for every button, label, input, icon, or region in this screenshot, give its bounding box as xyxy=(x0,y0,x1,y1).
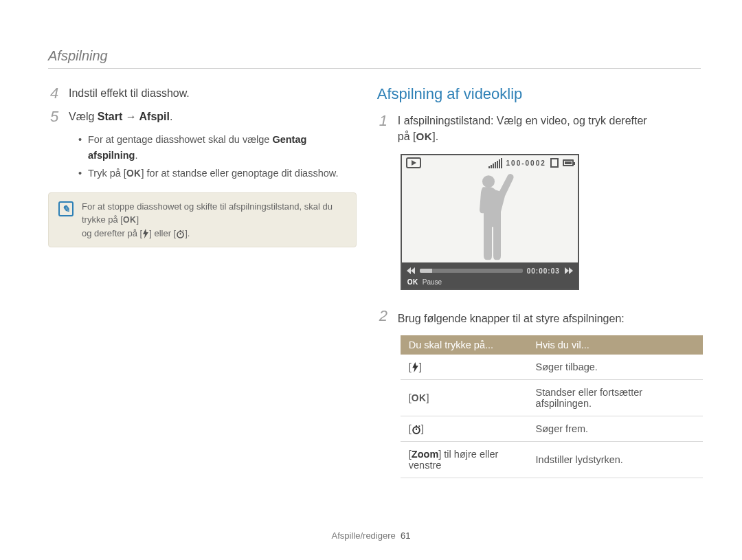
forward-icon xyxy=(564,266,574,276)
svg-line-15 xyxy=(419,425,420,426)
note-line2-pre: og derefter på [ xyxy=(82,228,142,238)
step1-line1: I afspilningstilstand: Vælg en video, og… xyxy=(398,115,647,126)
footer-label: Afspille/redigere xyxy=(332,530,396,541)
flash-key-icon xyxy=(142,229,149,238)
subheading: Afspilning af videoklip xyxy=(377,85,701,103)
svg-point-6 xyxy=(482,176,495,188)
svg-line-4 xyxy=(183,230,183,231)
th-action: Hvis du vil... xyxy=(528,335,703,355)
step-text: Indstil effekt til diasshow. xyxy=(69,85,190,101)
step-text: Brug følgende knapper til at styre afspi… xyxy=(398,311,625,326)
bullet-pre: Tryk på [ xyxy=(88,168,126,179)
header-rule xyxy=(48,68,701,69)
th-press: Du skal trykke på... xyxy=(401,335,528,355)
file-index-label: 100-0002 xyxy=(506,159,546,167)
ok-pause-hint: OK Pause xyxy=(406,277,574,286)
progress-bar xyxy=(420,269,523,273)
table-row: [] Søger frem. xyxy=(401,416,703,441)
key-cell: [OK] xyxy=(401,379,528,416)
progress-row: 00:00:03 xyxy=(406,265,574,277)
step-number: 1 xyxy=(377,113,390,129)
key-cell: [Zoom] til højre eller venstre xyxy=(401,441,528,478)
flash-key-icon xyxy=(412,362,419,372)
section-header: Afspilning xyxy=(48,48,701,64)
bullet-post: ] for at standse eller genoptage dit dia… xyxy=(142,168,339,179)
bullet-post: . xyxy=(135,150,137,161)
bracket-close: ] xyxy=(419,361,422,372)
step-text: Vælg Start → Afspil. xyxy=(69,109,172,124)
bracket-close: ] xyxy=(421,423,424,434)
two-column-layout: 4 Indstil effekt til diasshow. 5 Vælg St… xyxy=(48,85,701,478)
action-cell: Søger frem. xyxy=(528,416,703,441)
video-top-bar: 100-0002 xyxy=(402,155,578,170)
manual-page: Afspilning 4 Indstil effekt til diasshow… xyxy=(0,0,742,560)
elapsed-time: 00:00:03 xyxy=(527,267,560,275)
svg-marker-7 xyxy=(407,267,411,274)
bullet-pre: For at gentage diasshowet skal du vælge xyxy=(88,134,272,145)
action-cell: Indstiller lydstyrken. xyxy=(528,441,703,478)
controls-table: Du skal trykke på... Hvis du vil... [] S… xyxy=(401,335,703,478)
step-1: 1 I afspilningstilstand: Vælg en video, … xyxy=(377,113,701,144)
step-number: 4 xyxy=(48,85,60,102)
svg-marker-5 xyxy=(412,160,416,166)
left-column: 4 Indstil effekt til diasshow. 5 Vælg St… xyxy=(48,85,357,478)
timer-key-icon xyxy=(412,425,421,434)
note-line2-mid: ] eller [ xyxy=(149,228,176,238)
timer-key-icon xyxy=(176,229,185,238)
ok-key-icon: OK xyxy=(416,131,432,142)
key-cell: [] xyxy=(401,416,528,441)
step-4: 4 Indstil effekt til diasshow. xyxy=(48,85,357,102)
step5-pre: Vælg xyxy=(69,111,98,122)
svg-marker-8 xyxy=(411,267,415,274)
bullet-item: Tryk på [OK] for at standse eller genopt… xyxy=(78,166,357,181)
video-top-right: 100-0002 xyxy=(488,158,574,168)
zoom-key-label: Zoom xyxy=(412,449,438,460)
step5-bullets: For at gentage diasshowet skal du vælge … xyxy=(78,132,357,181)
note-text: For at stoppe diasshowet og skifte til a… xyxy=(82,200,346,240)
page-number: 61 xyxy=(401,530,410,541)
svg-marker-0 xyxy=(143,229,148,238)
note-line2-post: ]. xyxy=(185,228,190,238)
person-silhouette-icon xyxy=(462,172,517,262)
step1-line2-post: ]. xyxy=(432,131,438,142)
ok-key-icon: OK xyxy=(412,393,427,403)
play-mode-badge-icon xyxy=(406,157,421,168)
table-row: [] Søger tilbage. xyxy=(401,355,703,380)
page-footer: Afspille/redigere 61 xyxy=(0,530,742,541)
right-column: Afspilning af videoklip 1 I afspilningst… xyxy=(377,85,701,478)
volume-bars-icon xyxy=(488,158,502,168)
svg-marker-10 xyxy=(569,267,573,274)
step-number: 5 xyxy=(48,109,60,125)
svg-marker-9 xyxy=(565,267,569,274)
step-number: 2 xyxy=(377,308,390,324)
action-cell: Standser eller fortsætter afspilningen. xyxy=(528,379,703,416)
action-cell: Søger tilbage. xyxy=(528,355,703,380)
step5-bold: Start → Afspil xyxy=(98,111,170,122)
note-line1-pre: For at stoppe diasshowet og skifte til a… xyxy=(82,201,333,225)
step1-line2-pre: på [ xyxy=(398,131,416,142)
key-cell: [] xyxy=(401,355,528,380)
step-2: 2 Brug følgende knapper til at styre afs… xyxy=(377,308,701,326)
table-header-row: Du skal trykke på... Hvis du vil... xyxy=(401,335,703,355)
svg-marker-11 xyxy=(412,362,418,372)
ok-key-icon: OK xyxy=(126,168,142,179)
video-preview-illustration: 100-0002 00:00:03 xyxy=(401,154,579,290)
note-box: ✎ For at stoppe diasshowet og skifte til… xyxy=(48,192,357,248)
bracket-close: ] xyxy=(426,392,429,403)
video-bottom-bar: 00:00:03 OK Pause xyxy=(402,262,578,289)
pause-label: Pause xyxy=(423,278,442,286)
table-row: [OK] Standser eller fortsætter afspilnin… xyxy=(401,379,703,416)
step-text: I afspilningstilstand: Vælg en video, og… xyxy=(398,113,647,144)
note-icon: ✎ xyxy=(58,201,74,216)
ok-key-icon: OK xyxy=(407,278,418,286)
step-5: 5 Vælg Start → Afspil. xyxy=(48,109,357,125)
memory-card-icon xyxy=(550,158,559,168)
ok-key-icon: OK xyxy=(123,215,137,225)
table-row: [Zoom] til højre eller venstre Indstille… xyxy=(401,441,703,478)
battery-icon xyxy=(563,159,574,166)
note-line1-post: ] xyxy=(136,214,139,225)
step5-post: . xyxy=(170,111,172,122)
bullet-item: For at gentage diasshowet skal du vælge … xyxy=(78,132,357,163)
rewind-icon xyxy=(406,266,416,276)
